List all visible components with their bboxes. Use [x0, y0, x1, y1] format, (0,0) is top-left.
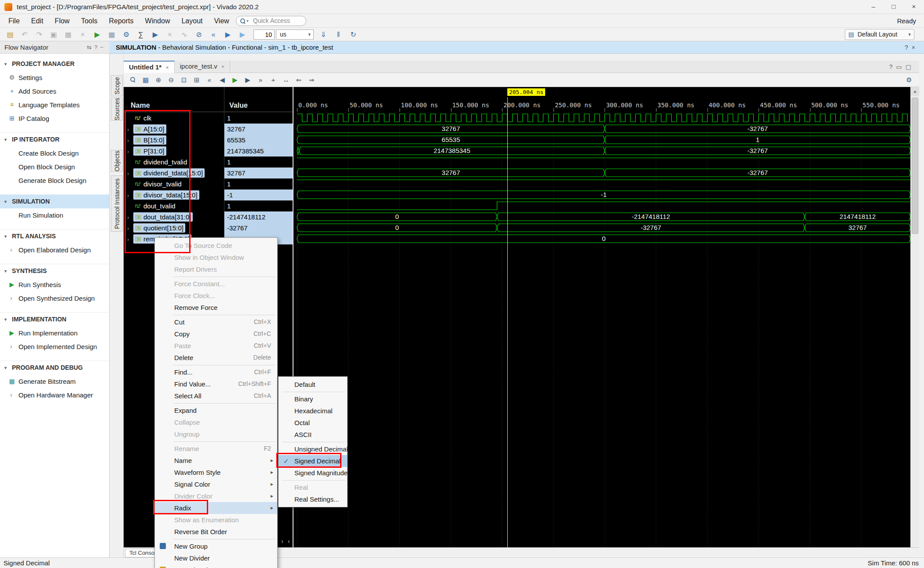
- flow-item-open-implemented-design[interactable]: ›Open Implemented Design: [0, 340, 109, 353]
- wave-tab-bar-icons[interactable]: ?▭▢: [889, 61, 915, 73]
- cursor-line[interactable]: [507, 97, 508, 547]
- wave-tab-ipcore-test-v[interactable]: ipcore_test.v×: [175, 61, 231, 73]
- signal-value-cell[interactable]: 1: [224, 178, 293, 189]
- expand-arrow-icon[interactable]: ›: [127, 146, 133, 157]
- toolbar-run-icon[interactable]: ▶: [92, 29, 103, 40]
- signal-name-cell[interactable]: divisor_tvalid: [127, 178, 183, 189]
- wave-prev-edge-icon[interactable]: ⇐: [293, 74, 304, 86]
- flow-item-generate-block-design[interactable]: Generate Block Design: [0, 174, 109, 187]
- toolbar-redo-icon[interactable]: ↷: [33, 29, 45, 40]
- toolbar-settings-gear-icon[interactable]: ⚙: [121, 29, 132, 40]
- side-tab-sources[interactable]: Sources: [111, 98, 123, 120]
- expand-arrow-icon[interactable]: ›: [127, 168, 133, 179]
- quick-access-search[interactable]: ▾ Quick Access: [236, 16, 306, 26]
- signal-name-cell[interactable]: dividend_tvalid: [127, 157, 189, 167]
- flow-item-open-elaborated-design[interactable]: ›Open Elaborated Design: [0, 243, 109, 257]
- menu-item-waveform-style[interactable]: Waveform Style▸: [155, 466, 277, 478]
- toolbar-delete-icon[interactable]: ×: [77, 29, 88, 40]
- toolbar-sum-icon[interactable]: ∑: [135, 29, 147, 40]
- menu-item-copy[interactable]: CopyCtrl+C: [155, 328, 277, 340]
- radix-item-unsigned-decimal[interactable]: Unsigned Decimal: [279, 443, 347, 455]
- menu-item-expand[interactable]: Expand: [155, 404, 277, 416]
- wave-swap-cursors-icon[interactable]: ↔: [280, 74, 292, 86]
- wave-next-transition-icon[interactable]: ▶: [242, 74, 253, 86]
- toolbar-probe-icon[interactable]: ∿: [179, 29, 190, 40]
- toolbar-copy-icon[interactable]: ▣: [48, 29, 59, 40]
- wave-zoom-fit-icon[interactable]: ⊡: [178, 74, 190, 86]
- wave-zoom-in-icon[interactable]: ⊕: [153, 74, 164, 86]
- menu-item-delete[interactable]: DeleteDelete: [155, 352, 277, 364]
- wave-tab-untitled-1[interactable]: Untitled 1*×: [124, 61, 175, 73]
- flow-item-run-simulation[interactable]: Run Simulation: [0, 208, 109, 222]
- radix-item-octal[interactable]: Octal: [279, 417, 347, 429]
- close-icon[interactable]: ×: [221, 63, 225, 70]
- flow-section-header-ip-integrator[interactable]: ▾IP INTEGRATOR: [0, 133, 109, 146]
- toolbar-undo-icon[interactable]: ↶: [19, 29, 30, 40]
- signal-value-cell[interactable]: -32767: [224, 222, 293, 233]
- expand-arrow-icon[interactable]: ›: [127, 190, 133, 201]
- menu-item-new-divider[interactable]: New Divider: [155, 552, 277, 564]
- radix-item-default[interactable]: Default: [279, 379, 347, 390]
- menu-item-reverse-bit-order[interactable]: Reverse Bit Order: [155, 526, 277, 538]
- toolbar-relaunch-icon[interactable]: ↻: [348, 29, 359, 40]
- menu-item-radix[interactable]: Radix▸: [155, 502, 277, 514]
- close-icon[interactable]: ×: [904, 0, 924, 14]
- flow-item-add-sources[interactable]: +Add Sources: [0, 84, 109, 98]
- flow-item-create-block-design[interactable]: Create Block Design: [0, 146, 109, 160]
- signal-value-cell[interactable]: 32767: [224, 167, 293, 178]
- signal-value-cell[interactable]: 65535: [224, 135, 293, 146]
- menu-item-new-group[interactable]: New Group: [155, 540, 277, 552]
- wave-prev-transition-icon[interactable]: ◀: [216, 74, 228, 86]
- value-column-header[interactable]: Value: [229, 99, 248, 112]
- side-tab-protocol-instances[interactable]: Protocol Instances: [111, 175, 123, 232]
- toolbar-run-all-icon[interactable]: ▶: [222, 29, 234, 40]
- flow-section-header-simulation[interactable]: ▾SIMULATION: [0, 195, 109, 208]
- minimize-icon[interactable]: –: [863, 0, 884, 14]
- flow-section-header-implementation[interactable]: ▾IMPLEMENTATION: [0, 313, 109, 326]
- flow-item-run-synthesis[interactable]: ▶Run Synthesis: [0, 278, 109, 291]
- menu-flow[interactable]: Flow: [49, 14, 75, 28]
- flow-item-settings[interactable]: ⚙Settings: [0, 71, 109, 84]
- pane-scroll-arrows[interactable]: ›‹: [281, 537, 294, 545]
- menu-item-new-virtual-bus[interactable]: New Virtual Bus: [155, 564, 277, 568]
- menu-item-remove-force[interactable]: Remove Force: [155, 302, 277, 313]
- expand-arrow-icon[interactable]: ›: [127, 212, 133, 223]
- menu-window[interactable]: Window: [139, 14, 176, 28]
- signal-value-cell[interactable]: 1: [224, 200, 293, 211]
- wave-settings-gear-icon[interactable]: ⚙: [903, 74, 915, 86]
- toolbar-paste-icon[interactable]: ▦: [62, 29, 74, 40]
- toolbar-step-time-icon[interactable]: ⇓: [318, 29, 329, 40]
- toolbar-run-synthesis-icon[interactable]: ▶: [150, 29, 161, 40]
- expand-arrow-icon[interactable]: ›: [127, 124, 133, 135]
- flow-navigator-header-icons[interactable]: ⇆?−: [87, 41, 106, 54]
- flow-item-open-block-design[interactable]: Open Block Design: [0, 160, 109, 174]
- signal-value-cell[interactable]: 1: [224, 157, 293, 167]
- wave-search-icon[interactable]: [127, 74, 139, 86]
- flow-item-open-synthesized-design[interactable]: ›Open Synthesized Design: [0, 291, 109, 305]
- wave-goto-end-icon[interactable]: »: [255, 74, 266, 86]
- menu-file[interactable]: File: [3, 14, 26, 28]
- wave-goto-start-icon[interactable]: «: [204, 74, 215, 86]
- expand-arrow-icon[interactable]: ›: [127, 234, 133, 245]
- banner-icons[interactable]: ?×: [905, 41, 919, 54]
- wave-play-icon[interactable]: ▶: [229, 74, 241, 86]
- side-tab-scope[interactable]: Scope: [111, 75, 123, 96]
- radix-item-signed-decimal[interactable]: ✓Signed Decimal: [279, 455, 347, 467]
- waveform-canvas[interactable]: 32767-327676553512147385345-3276732767-3…: [293, 113, 911, 547]
- flow-item-generate-bitstream[interactable]: ▦Generate Bitstream: [0, 375, 109, 388]
- time-unit-select[interactable]: us ▾: [276, 29, 314, 40]
- menu-item-select-all[interactable]: Select AllCtrl+A: [155, 390, 277, 402]
- wave-add-cursor-icon[interactable]: +: [268, 74, 279, 86]
- signal-value-cell[interactable]: -2147418112: [224, 211, 293, 222]
- menu-item-find[interactable]: Find...Ctrl+F: [155, 366, 277, 378]
- signal-value-cell[interactable]: -1: [224, 189, 293, 200]
- flow-section-header-program-and-debug[interactable]: ▾PROGRAM AND DEBUG: [0, 361, 109, 375]
- radix-item-ascii[interactable]: ASCII: [279, 429, 347, 441]
- signal-value-cell[interactable]: 1: [224, 113, 293, 124]
- name-column-header[interactable]: Name: [131, 99, 150, 112]
- flow-section-header-synthesis[interactable]: ▾SYNTHESIS: [0, 264, 109, 278]
- signal-name-cell[interactable]: clk: [127, 113, 153, 124]
- toolbar-breakpoint-icon[interactable]: ⊘: [193, 29, 205, 40]
- menu-item-signal-color[interactable]: Signal Color▸: [155, 478, 277, 490]
- menu-item-name[interactable]: Name▸: [155, 455, 277, 466]
